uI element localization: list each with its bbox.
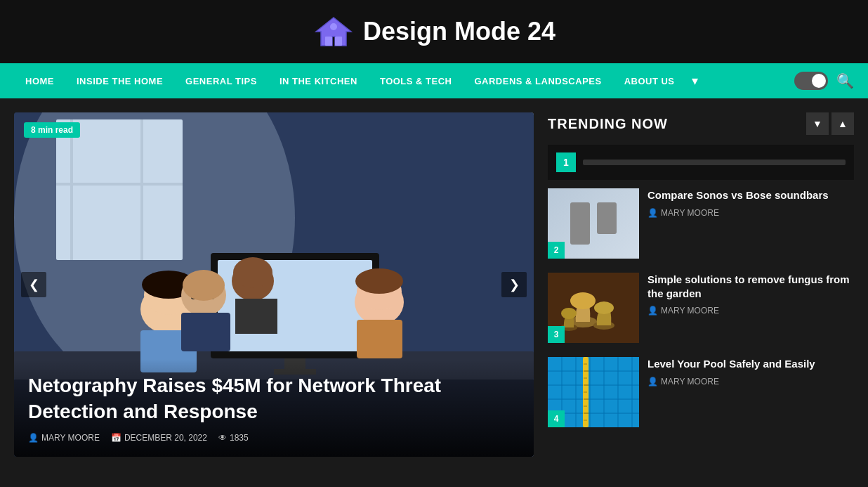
card-num-2: 2: [548, 242, 565, 259]
trending-card-author-3: 👤 MARY MOORE: [647, 306, 851, 316]
svg-rect-1: [325, 37, 332, 46]
trending-card-author-2: 👤 MARY MOORE: [647, 208, 851, 218]
speaker-1: [570, 202, 590, 245]
trend-number-1: 1: [556, 152, 576, 172]
author-icon-2: 👤: [647, 208, 658, 218]
svg-rect-21: [235, 299, 277, 334]
svg-point-22: [233, 257, 272, 288]
trending-header: TRENDING NOW ▼ ▲: [548, 112, 854, 135]
logo-area[interactable]: Design Mode 24: [313, 14, 555, 49]
speaker-2: [597, 202, 617, 234]
author-icon: 👤: [28, 433, 39, 443]
main-content: 8 min read ❮ ❯ Netography Raises $45M fo…: [0, 98, 868, 471]
trending-card-content-4: Level Your Pool Safely and Easily 👤 MARY…: [647, 357, 854, 427]
trending-down-button[interactable]: ▼: [806, 112, 829, 135]
trending-item-1[interactable]: 1: [548, 145, 854, 180]
svg-rect-31: [181, 313, 230, 351]
nav-item-inside-the-home[interactable]: INSIDE THE HOME: [65, 63, 174, 98]
nav-item-tools-tech[interactable]: TOOLS & TECH: [369, 63, 463, 98]
trending-card-image-2: 2: [548, 188, 639, 259]
svg-point-35: [570, 292, 596, 309]
nav-item-in-the-kitchen[interactable]: IN THE KITCHEN: [268, 63, 369, 98]
trending-card-content-3: Simple solutions to remove fungus from t…: [647, 273, 854, 343]
nav-item-general-tips[interactable]: GENERAL TIPS: [174, 63, 268, 98]
svg-rect-24: [357, 320, 402, 358]
trending-sidebar: TRENDING NOW ▼ ▲ 1 2 C: [548, 112, 854, 457]
trend-bar-1: [583, 160, 846, 165]
nav-items: HOME INSIDE THE HOME GENERAL TIPS IN THE…: [14, 63, 794, 98]
slider-views: 👁 1835: [218, 433, 249, 443]
card-num-4: 4: [548, 410, 565, 427]
svg-marker-0: [316, 18, 351, 46]
eye-icon: 👁: [218, 433, 227, 443]
svg-point-39: [561, 308, 577, 319]
trending-card-title-2: Compare Sonos vs Bose soundbars: [647, 188, 851, 202]
trending-card-image-3: 3: [548, 273, 639, 343]
nav-right-controls: 🔍: [794, 72, 854, 90]
nav-item-home[interactable]: HOME: [14, 63, 65, 98]
trending-controls: ▼ ▲: [806, 112, 854, 135]
card-num-3: 3: [548, 326, 565, 343]
trending-card-3[interactable]: 3 Simple solutions to remove fungus from…: [548, 267, 854, 349]
trending-card-author-4: 👤 MARY MOORE: [647, 377, 851, 387]
nav-item-about-us[interactable]: ABOUT US: [613, 63, 686, 98]
trending-card-content-2: Compare Sonos vs Bose soundbars 👤 MARY M…: [647, 188, 854, 259]
trending-card-4[interactable]: 4 Level Your Pool Safely and Easily 👤 MA…: [548, 351, 854, 433]
site-title: Design Mode 24: [363, 17, 555, 46]
svg-point-3: [330, 23, 337, 30]
trending-up-button[interactable]: ▲: [831, 112, 854, 135]
svg-point-37: [594, 301, 614, 314]
search-button[interactable]: 🔍: [836, 72, 854, 89]
slider-author: 👤 MARY MOORE: [28, 433, 100, 443]
trending-card-title-3: Simple solutions to remove fungus from t…: [647, 273, 851, 300]
nav-item-gardens-landscapes[interactable]: GARDENS & LANDSCAPES: [463, 63, 612, 98]
site-header: Design Mode 24: [0, 0, 868, 63]
author-icon-3: 👤: [647, 306, 658, 316]
read-time-badge: 8 min read: [24, 122, 80, 138]
slider-date: 📅 DECEMBER 20, 2022: [111, 433, 207, 443]
svg-rect-2: [335, 37, 342, 46]
hero-slider: 8 min read ❮ ❯ Netography Raises $45M fo…: [14, 112, 534, 457]
slider-title: Netography Raises $45M for Network Threa…: [28, 373, 520, 424]
main-nav: HOME INSIDE THE HOME GENERAL TIPS IN THE…: [0, 63, 868, 98]
nav-more-dropdown[interactable]: ▾: [686, 63, 704, 98]
trending-card-title-4: Level Your Pool Safely and Easily: [647, 357, 851, 371]
slider-prev-button[interactable]: ❮: [21, 272, 46, 297]
slider-meta: 👤 MARY MOORE 📅 DECEMBER 20, 2022 👁 1835: [28, 433, 520, 443]
slider-next-button[interactable]: ❯: [501, 272, 527, 297]
slider-caption: Netography Raises $45M for Network Threa…: [14, 359, 534, 457]
author-icon-4: 👤: [647, 377, 658, 387]
trending-card-2[interactable]: 2 Compare Sonos vs Bose soundbars 👤 MARY…: [548, 183, 854, 264]
speakers-container: [563, 195, 624, 252]
svg-point-26: [355, 268, 403, 294]
logo-icon: [313, 14, 355, 49]
trending-title: TRENDING NOW: [548, 116, 668, 132]
dark-mode-toggle[interactable]: [794, 72, 828, 90]
svg-point-32: [183, 270, 225, 301]
trending-card-image-4: 4: [548, 357, 639, 427]
toggle-knob: [812, 74, 826, 88]
calendar-icon: 📅: [111, 433, 121, 443]
